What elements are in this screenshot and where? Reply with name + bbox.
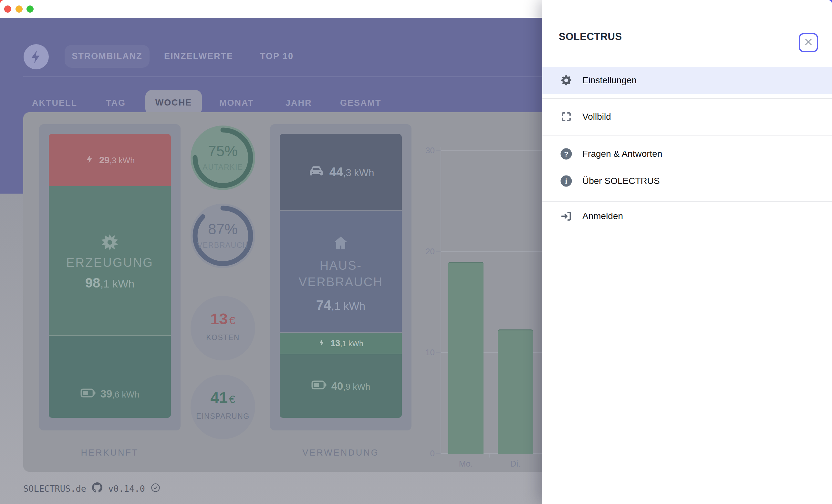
nav-item-label: TOP 10: [260, 51, 293, 61]
menu-divider: [542, 98, 832, 99]
y-axis-line: [441, 147, 441, 454]
footer-site-link[interactable]: SOLECTRUS.de: [23, 484, 86, 494]
kosten-gauge[interactable]: 13 € KOSTEN: [190, 296, 255, 360]
footer-version: v0.14.0: [108, 484, 145, 494]
haus-label-line2: VERBRAUCH: [280, 275, 402, 289]
check-circle-icon[interactable]: [151, 483, 160, 494]
wallbox-value: 44: [330, 165, 343, 179]
grid-import-unit: ,3 kWh: [109, 156, 135, 165]
bar-Mo.[interactable]: [448, 262, 484, 454]
car-icon: [308, 164, 325, 180]
kosten-label: KOSTEN: [190, 333, 255, 342]
github-icon[interactable]: [92, 482, 102, 495]
y-axis-tick: [436, 352, 441, 353]
battery-icon: [311, 380, 327, 392]
haus-segment[interactable]: HAUS- VERBRAUCH 74,1 kWh: [280, 211, 402, 332]
tab-monat[interactable]: MONAT: [219, 91, 254, 115]
erzeugung-unit: ,1 kWh: [100, 278, 134, 290]
grid-export-segment[interactable]: 13,1 kWh: [280, 333, 402, 354]
battery-charge-unit: ,9 kWh: [343, 382, 370, 392]
erzeugung-value: 98: [85, 275, 100, 290]
menu-divider: [542, 135, 832, 136]
verwendung-column: 44,3 kWh HAUS- VERBRAUCH 74,1 kWh: [270, 124, 412, 430]
menu-item-fragen-antworten[interactable]: ? Fragen & Antworten: [542, 140, 832, 167]
einsparung-gauge[interactable]: 41 € EINSPARUNG: [190, 374, 255, 439]
nav-item-strombilanz[interactable]: STROMBILANZ: [64, 45, 150, 68]
tab-label: MONAT: [219, 98, 254, 108]
traffic-light-minimize-button[interactable]: [16, 5, 23, 12]
wallbox-unit: ,3 kWh: [343, 167, 374, 178]
menu-item-anmelden[interactable]: Anmelden: [542, 203, 832, 230]
x-axis-tick: [489, 454, 490, 457]
tab-label: AKTUELL: [32, 98, 77, 108]
x-axis-tick: [538, 454, 539, 457]
nav-item-label: STROMBILANZ: [72, 51, 142, 61]
menu-item-label: Über SOLECTRUS: [582, 176, 660, 186]
y-axis-label: 20: [413, 247, 435, 256]
menu-item-einstellungen[interactable]: Einstellungen: [542, 67, 832, 94]
battery-discharge-value: 39: [100, 388, 112, 400]
solectrus-logo-icon[interactable]: [24, 44, 49, 69]
menu-item-label: Vollbild: [582, 112, 611, 122]
herkunft-title: HERKUNFT: [39, 448, 181, 458]
haus-unit: ,1 kWh: [331, 300, 365, 312]
sun-icon: [49, 233, 171, 253]
verwendung-title: VERWENDUNG: [270, 448, 412, 458]
grid-export-unit: ,1 kWh: [340, 339, 363, 348]
tab-gesamt[interactable]: GESAMT: [340, 91, 382, 115]
drawer-title: SOLECTRUS: [559, 31, 622, 43]
erzeugung-label: ERZEUGUNG: [49, 256, 171, 270]
battery-charge-segment[interactable]: 40,9 kWh: [280, 354, 402, 418]
wallbox-segment[interactable]: 44,3 kWh: [280, 134, 402, 211]
x-axis-label: Di.: [499, 459, 531, 469]
tab-jahr[interactable]: JAHR: [286, 91, 312, 115]
menu-divider: [542, 201, 832, 202]
y-axis-tick: [436, 453, 441, 454]
tab-aktuell[interactable]: AKTUELL: [32, 91, 77, 115]
footer: SOLECTRUS.de v0.14.0: [23, 482, 160, 495]
menu-item-ueber-solectrus[interactable]: i Über SOLECTRUS: [542, 167, 832, 195]
close-icon: [804, 37, 813, 48]
autarkie-value: 75%: [190, 142, 255, 160]
haus-label-line1: HAUS-: [280, 259, 402, 273]
erzeugung-segment[interactable]: ERZEUGUNG 98,1 kWh: [49, 186, 171, 335]
menu-item-label: Einstellungen: [582, 75, 636, 85]
close-button[interactable]: [799, 33, 818, 52]
autarkie-gauge[interactable]: 75% AUTARKIE: [190, 125, 255, 190]
verbrauch-gauge[interactable]: 87% VERBRAUCH: [190, 204, 255, 268]
tab-label: JAHR: [286, 98, 312, 108]
y-axis-label: 10: [413, 347, 435, 358]
tab-woche[interactable]: WOCHE: [145, 90, 202, 115]
traffic-light-close-button[interactable]: [4, 5, 11, 12]
battery-discharge-segment[interactable]: 39,6 kWh: [49, 336, 171, 418]
y-axis-tick: [436, 150, 441, 151]
einsparung-currency: €: [229, 393, 235, 405]
menu-item-label: Anmelden: [582, 211, 623, 221]
menu-item-vollbild[interactable]: Vollbild: [542, 103, 832, 130]
bolt-icon: [318, 338, 326, 348]
gear-icon: [560, 74, 573, 87]
nav-item-label: EINZELWERTE: [164, 51, 233, 61]
einsparung-value: 41: [211, 389, 228, 406]
house-icon: [280, 234, 402, 253]
grid-import-value: 29: [99, 155, 109, 165]
bolt-icon: [85, 154, 95, 166]
herkunft-column: 29,3 kWh ERZEUGUNG 98,1 kWh: [39, 124, 181, 430]
menu-item-label: Fragen & Antworten: [582, 149, 662, 159]
grid-import-segment[interactable]: 29,3 kWh: [49, 134, 171, 186]
bar-Di.[interactable]: [498, 330, 533, 454]
autarkie-label: AUTARKIE: [190, 163, 255, 172]
einsparung-label: EINSPARUNG: [190, 412, 255, 421]
info-circle-icon: i: [560, 174, 573, 188]
battery-charge-value: 40: [331, 380, 343, 392]
kosten-currency: €: [229, 314, 235, 327]
app-window: STROMBILANZ EINZELWERTE TOP 10 AKTUELL T…: [0, 0, 832, 504]
y-axis-label: 30: [413, 145, 435, 156]
y-axis-label: 0: [413, 448, 435, 458]
traffic-light-maximize-button[interactable]: [26, 5, 33, 12]
nav-item-top10[interactable]: TOP 10: [260, 45, 293, 68]
nav-item-einzelwerte[interactable]: EINZELWERTE: [164, 45, 233, 68]
kosten-value: 13: [211, 310, 228, 328]
fullscreen-icon: [560, 110, 573, 123]
tab-tag[interactable]: TAG: [106, 91, 126, 115]
